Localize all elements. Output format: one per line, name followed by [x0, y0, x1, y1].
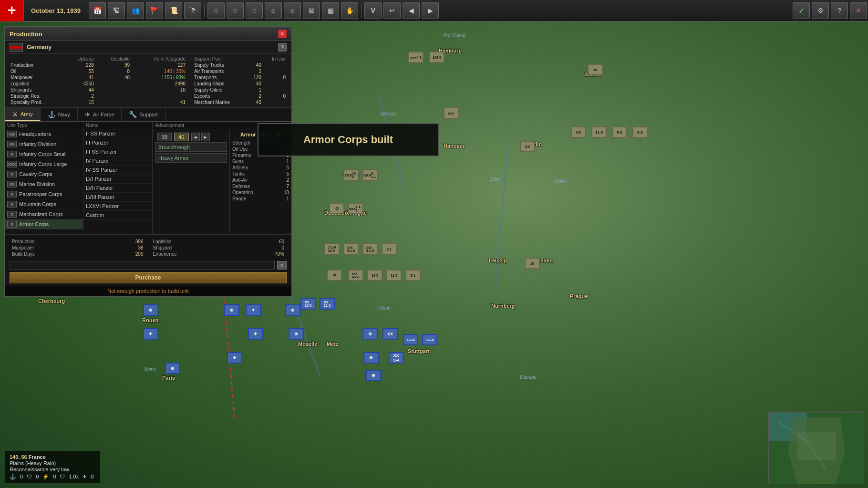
- tab-support[interactable]: 🔧 Support: [122, 108, 165, 121]
- map-unit-allied-7[interactable]: ✦: [246, 304, 261, 316]
- map-unit-allied-18[interactable]: XX3-4: [389, 352, 404, 363]
- map-unit-4[interactable]: XX: [571, 126, 586, 138]
- unit-name-iv-ss[interactable]: IV SS Panzer: [83, 166, 152, 175]
- map-unit-allied-16[interactable]: ✈: [227, 352, 242, 363]
- map-unit-5[interactable]: 11-5: [591, 126, 607, 138]
- map-unit-allied-14[interactable]: XX: [382, 328, 398, 340]
- toolbar-btn-calendar[interactable]: 📅: [89, 2, 106, 19]
- toolbar-btn-back[interactable]: ◀: [403, 2, 420, 19]
- map-unit-allied-6[interactable]: ⊕: [224, 304, 239, 316]
- toolbar-btn-hex4[interactable]: ◎: [265, 2, 282, 19]
- unit-type-cavalry-corps[interactable]: X Cavalry Corps: [5, 169, 83, 179]
- toolbar-btn-close[interactable]: ✕: [850, 2, 867, 19]
- col-headers-row: Unit Type Name Advancement: [5, 122, 291, 129]
- map-unit-15[interactable]: xxx4-1-0: [343, 243, 359, 255]
- toolbar-btn-forward[interactable]: ▶: [422, 2, 439, 19]
- map-unit-19[interactable]: xxx4-2-1: [348, 270, 363, 281]
- toolbar-btn-grid[interactable]: ▦: [322, 2, 339, 19]
- map-unit-22[interactable]: 3-1: [405, 270, 421, 281]
- unit-type-mountain[interactable]: X Mountain Corps: [5, 199, 83, 209]
- map-unit-allied-17[interactable]: ⊕: [366, 370, 381, 381]
- map-unit-2[interactable]: 104-5: [429, 52, 444, 63]
- minimap[interactable]: [768, 412, 863, 483]
- unit-type-infantry-corps-small[interactable]: X Infantry Corps Small: [5, 149, 83, 159]
- map-unit-3[interactable]: 10: [588, 64, 603, 75]
- toolbar-btn-spy[interactable]: 🔭: [184, 2, 201, 19]
- toolbar-btn-hex1[interactable]: ⬡: [207, 2, 225, 19]
- unit-type-infantry-corps-large[interactable]: XXX Infantry Corps Large: [5, 159, 83, 169]
- toolbar-btn-hex2[interactable]: ⬡: [227, 2, 244, 19]
- map-unit-8[interactable]: xxx: [444, 107, 459, 119]
- unit-name-iv[interactable]: IV Panzer: [83, 156, 152, 166]
- map-unit-20[interactable]: 10-5: [367, 270, 382, 281]
- toolbar-btn-diplomacy[interactable]: 📜: [165, 2, 182, 19]
- unit-type-paratrooper[interactable]: X Paratrooper Corps: [5, 189, 83, 199]
- map-unit-11[interactable]: XXX3-1-1: [362, 169, 378, 181]
- unit-name-lvii[interactable]: LVII Panzer: [83, 184, 152, 193]
- map-unit-17[interactable]: 3-1: [382, 243, 397, 255]
- custom-clear-button[interactable]: ×: [277, 261, 287, 270]
- map-unit-10[interactable]: XXX10-5: [343, 169, 359, 181]
- unit-name-iii-ss[interactable]: III SS Panzer: [83, 147, 152, 156]
- unit-type-infantry-division[interactable]: XX Infantry Division: [5, 139, 83, 149]
- unit-name-lviii[interactable]: LVIII Panzer: [83, 193, 152, 202]
- unit-name-lxxvi[interactable]: LXXVI Panzer: [83, 202, 152, 211]
- toolbar-btn-v[interactable]: V: [364, 2, 382, 19]
- adv-nav-prev[interactable]: ◄: [191, 133, 200, 141]
- unit-name-lvi[interactable]: LVI Panzer: [83, 175, 152, 184]
- map-unit-allied-8[interactable]: ⊕: [285, 304, 300, 316]
- map-unit-allied-12[interactable]: ⊕: [289, 328, 304, 340]
- toolbar-btn-hex5[interactable]: ◎: [284, 2, 301, 19]
- toolbar-btn-gear[interactable]: ⚙: [812, 2, 829, 19]
- toolbar-btn-hand[interactable]: ✋: [341, 2, 358, 19]
- unit-name-ii-ss[interactable]: II SS Panzer: [83, 129, 152, 138]
- map-unit-allied-9[interactable]: ✈: [143, 328, 158, 340]
- map-unit-allied-11[interactable]: ✈: [248, 328, 263, 340]
- toolbar-btn-undo[interactable]: ↩: [383, 2, 401, 19]
- toolbar-btn-checkmark[interactable]: ✓: [793, 2, 810, 19]
- map-unit-13[interactable]: xxx3-1-1: [348, 203, 363, 214]
- map-unit-12[interactable]: ①: [329, 203, 344, 214]
- map-unit-allied-2[interactable]: XX11-5: [320, 298, 335, 310]
- toolbar-btn-flag[interactable]: 🚩: [146, 2, 163, 19]
- map-unit-allied-3[interactable]: 4-1-4: [403, 334, 418, 345]
- adv-special-heavy-armor[interactable]: Heavy Armor: [155, 153, 227, 163]
- adv-nav-next[interactable]: ►: [201, 133, 210, 141]
- map-unit-1[interactable]: xxx4-3: [408, 52, 424, 63]
- map-unit-7[interactable]: 9-2: [632, 126, 648, 138]
- toolbar-btn-help[interactable]: ?: [831, 2, 848, 19]
- adv-special-breakthrough[interactable]: Breakthrough: [155, 142, 227, 152]
- map-unit-9[interactable]: XX: [520, 141, 535, 152]
- toolbar-btn-troops[interactable]: 👥: [127, 2, 144, 19]
- map-unit-allied-1[interactable]: XX10-5: [300, 298, 316, 310]
- map-unit-allied-10[interactable]: ⊕: [165, 363, 180, 374]
- prod-close-button[interactable]: ×: [278, 30, 287, 38]
- map-unit-allied-13[interactable]: ⊕: [362, 328, 378, 340]
- adv-year-39[interactable]: 39: [157, 133, 172, 141]
- map-unit-23[interactable]: 10: [525, 258, 540, 269]
- prod-help-button[interactable]: ?: [278, 43, 287, 52]
- tab-airforce[interactable]: ✈ Air Force: [78, 108, 122, 121]
- map-unit-6[interactable]: 9-2: [612, 126, 627, 138]
- map-unit-allied-5[interactable]: ⊕: [143, 304, 158, 316]
- unit-type-headquarters[interactable]: HQ Headquarters: [5, 129, 83, 139]
- map-unit-16[interactable]: xxx3-1-0: [362, 243, 378, 255]
- toolbar-btn-build[interactable]: 🏗: [108, 2, 125, 19]
- custom-name-input[interactable]: [10, 261, 275, 270]
- unit-type-marine-division[interactable]: XX Marine Division: [5, 179, 83, 189]
- unit-type-armor[interactable]: X Armor Corps: [5, 219, 83, 229]
- adv-year-40[interactable]: 40: [174, 133, 188, 141]
- unit-name-iii[interactable]: III Panzer: [83, 138, 152, 147]
- map-unit-14[interactable]: 1-1-013-0: [324, 243, 340, 255]
- unit-type-mechanized[interactable]: X Mechanized Corps: [5, 209, 83, 219]
- map-unit-21[interactable]: 11-5: [386, 270, 402, 281]
- tab-army[interactable]: ⚔ Army: [5, 108, 41, 121]
- unit-name-custom[interactable]: Custom: [83, 211, 152, 220]
- map-unit-allied-15[interactable]: ⊕: [363, 352, 379, 363]
- map-unit-allied-4[interactable]: 3-1-4: [422, 334, 437, 345]
- toolbar-btn-hex3[interactable]: ⬡: [246, 2, 263, 19]
- purchase-button[interactable]: Purchase: [10, 272, 287, 283]
- map-unit-18[interactable]: ①: [327, 270, 342, 281]
- toolbar-btn-transport[interactable]: ⊠: [303, 2, 320, 19]
- tab-navy[interactable]: ⚓ Navy: [41, 108, 78, 121]
